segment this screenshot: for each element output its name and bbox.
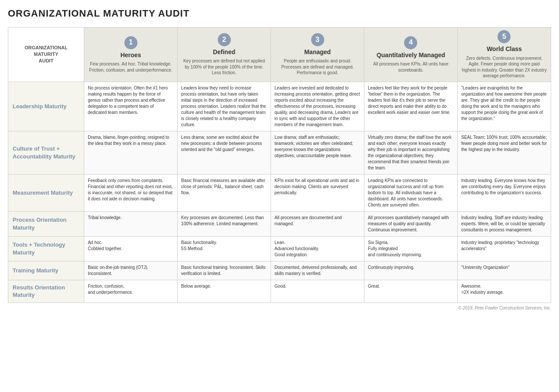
cell-r1-c2: Low drama; staff are enthusiastic; teamw… — [271, 131, 364, 174]
cell-r5-c4: "University Organization" — [457, 261, 551, 280]
cell-r5-c3: Continuously improving. — [364, 261, 458, 280]
table-row: Tools + Technology MaturityAd hoc.Cobble… — [8, 236, 551, 261]
row-label-2: Measurement Maturity — [8, 174, 84, 211]
cell-r5-c0: Basic on-the-job training (OTJ). Inconsi… — [84, 261, 178, 280]
footer-text: © 2019, Pete Fowler Construction Service… — [8, 306, 551, 310]
cell-r4-c2: Lean.Advanced functionality.Good integra… — [271, 236, 364, 261]
row-label-4: Tools + Technology Maturity — [8, 236, 84, 261]
page-title: ORGANIZATIONAL MATURITY AUDIT — [8, 8, 551, 19]
cell-r4-c0: Ad hoc.Cobbled together. — [84, 236, 178, 261]
cell-r2-c4: Industry leading. Everyone knows how the… — [457, 174, 551, 211]
header-level-5: 5 World Class Zero defects. Continuous i… — [457, 28, 551, 82]
cell-r3-c4: Industry leading. Staff are industry lea… — [457, 211, 551, 236]
cell-r1-c1: Less drama; some are excited about the n… — [178, 131, 271, 174]
cell-r6-c1: Below average. — [178, 280, 271, 303]
cell-r0-c3: Leaders feel like they work for the peop… — [364, 82, 458, 131]
cell-r3-c0: Tribal knowledge. — [84, 211, 178, 236]
cell-r4-c4: Industry leading, proprietary "technolog… — [457, 236, 551, 261]
level-desc-3: People are enthusiastic and proud. Proce… — [274, 58, 360, 76]
level-title-5: World Class — [487, 45, 522, 54]
level-desc-5: Zero defects. Continuous improvement. Ag… — [461, 55, 547, 79]
cell-r6-c3: Great. — [364, 280, 458, 303]
cell-r6-c0: Friction, confusion,and underperformance… — [84, 280, 178, 303]
cell-r1-c4: SEAL Team; 100% trust; 100% accountable;… — [457, 131, 551, 174]
cell-r0-c1: Leaders know they need to increase proce… — [178, 82, 271, 131]
maturity-table: ORGANIZATIONAL MATURITY AUDIT 1 Heroes F… — [8, 27, 551, 303]
level-circle-5: 5 — [497, 30, 511, 43]
table-row: Results Orientation MaturityFriction, co… — [8, 280, 551, 303]
header-level-3: 3 Managed People are enthusiastic and pr… — [271, 28, 364, 82]
header-level-4: 4 Quantitatively Managed All processes h… — [364, 28, 458, 82]
cell-r2-c1: Basic financial measures are available a… — [178, 174, 271, 211]
level-circle-3: 3 — [311, 33, 324, 46]
level-title-4: Quantitatively Managed — [377, 51, 445, 60]
level-circle-1: 1 — [124, 36, 137, 49]
level-title-1: Heroes — [120, 51, 141, 60]
level-desc-4: All processes have KPIs. All units have … — [368, 61, 454, 73]
row-label-5: Training Maturity — [8, 261, 84, 280]
table-row: Culture of Trust + Accountability Maturi… — [8, 131, 551, 174]
cell-r3-c3: All processes quantitatively managed wit… — [364, 211, 458, 236]
cell-r2-c0: Feedback only comes from complaints. Fin… — [84, 174, 178, 211]
level-title-2: Defined — [213, 48, 235, 57]
level-desc-1: Few processes. Ad hoc. Tribal knowledge.… — [88, 61, 174, 73]
cell-r5-c1: Basic functional training. Inconsistent.… — [178, 261, 271, 280]
row-label-3: Process Orientation Maturity — [8, 211, 84, 236]
header-level-1: 1 Heroes Few processes. Ad hoc. Tribal k… — [84, 28, 178, 82]
cell-r6-c4: Awesome.>2X industry average. — [457, 280, 551, 303]
cell-r6-c2: Good. — [271, 280, 364, 303]
cell-r1-c0: Drama, blame, finger-pointing; resigned … — [84, 131, 178, 174]
cell-r2-c3: Leading KPIs are connected to organizati… — [364, 174, 458, 211]
row-label-6: Results Orientation Maturity — [8, 280, 84, 303]
cell-r5-c2: Documented, delivered professionally, an… — [271, 261, 364, 280]
header-row: ORGANIZATIONAL MATURITY AUDIT 1 Heroes F… — [8, 28, 551, 82]
cell-r0-c2: Leaders are invested and dedicated to in… — [271, 82, 364, 131]
cell-r4-c3: Six Sigma.Fully integratedand continuous… — [364, 236, 458, 261]
level-circle-4: 4 — [404, 36, 417, 49]
table-row: Measurement MaturityFeedback only comes … — [8, 174, 551, 211]
cell-r3-c2: All processes are documented and managed… — [271, 211, 364, 236]
cell-r2-c2: KPIs exist for all operational units and… — [271, 174, 364, 211]
cell-r0-c0: No process orientation. Often the #1 her… — [84, 82, 178, 131]
cell-r4-c1: Basic functionality.5S Method. — [178, 236, 271, 261]
table-corner-label: ORGANIZATIONAL MATURITY AUDIT — [8, 28, 84, 82]
table-row: Training MaturityBasic on-the-job traini… — [8, 261, 551, 280]
level-circle-2: 2 — [218, 33, 231, 46]
cell-r1-c3: Virtually zero drama; the staff love the… — [364, 131, 458, 174]
cell-r0-c4: "Leaders are evangelists for the organiz… — [457, 82, 551, 131]
row-label-0: Leadership Maturity — [8, 82, 84, 131]
header-level-2: 2 Defined Key processes are defined but … — [178, 28, 271, 82]
level-title-3: Managed — [304, 48, 331, 57]
table-row: Leadership MaturityNo process orientatio… — [8, 82, 551, 131]
table-row: Process Orientation MaturityTribal knowl… — [8, 211, 551, 236]
row-label-1: Culture of Trust + Accountability Maturi… — [8, 131, 84, 174]
level-desc-2: Key processes are defined but not applie… — [181, 58, 267, 76]
cell-r3-c1: Key processes are documented. Less than … — [178, 211, 271, 236]
